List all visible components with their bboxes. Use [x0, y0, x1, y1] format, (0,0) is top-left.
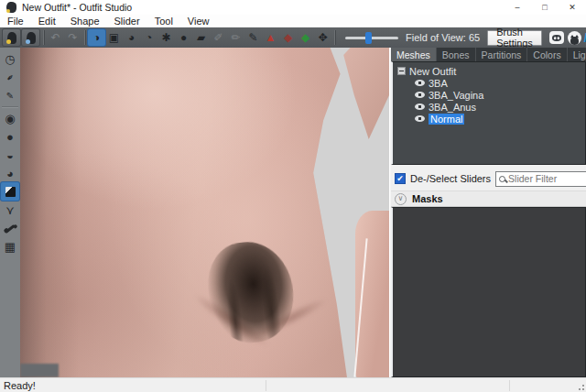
view-rotate-icon: ◷: [5, 52, 15, 66]
maximize-button[interactable]: □: [531, 0, 559, 15]
undo-brush-button[interactable]: ▰: [192, 29, 210, 46]
eye-icon[interactable]: [415, 103, 425, 110]
undo-button[interactable]: ↶: [47, 29, 64, 46]
brush-settings-button[interactable]: Brush Settings: [487, 30, 542, 46]
masks-section-header[interactable]: ∨ Masks: [391, 191, 586, 207]
tab-bones[interactable]: Bones: [437, 48, 476, 61]
load-project-icon: [7, 32, 16, 44]
tab-colors[interactable]: Colors: [527, 48, 567, 61]
weight-brush-icon: ✐: [213, 31, 222, 44]
body-shading-left: [20, 48, 79, 377]
statusbar-divider: [509, 380, 510, 391]
toolbar-separator: [43, 30, 44, 45]
inflate-brush-button[interactable]: ◕: [123, 29, 140, 46]
toolbar-separator: [2, 106, 18, 107]
eraser-icon: ▰: [197, 31, 205, 44]
cube-icon: [5, 187, 16, 197]
mesh-tree: New Outfit 3BA 3BA_Vagina 3BA_Anus Norma…: [391, 61, 586, 165]
smooth-brush-button[interactable]: ✱: [157, 29, 175, 46]
select-brush-button[interactable]: ▣: [105, 29, 123, 46]
mesh-edit-button[interactable]: ▲: [262, 29, 279, 46]
mask-brush-button[interactable]: ◑: [88, 29, 105, 46]
brush-falloff-d-icon: ◕: [6, 167, 14, 180]
chevron-down-icon[interactable]: ∨: [395, 193, 407, 205]
grid-icon: ▦: [5, 240, 16, 254]
tree-item-3ba[interactable]: 3BA: [395, 77, 583, 89]
minimize-button[interactable]: –: [504, 0, 531, 15]
vertex-edit-button[interactable]: ⋎: [1, 201, 19, 219]
viewport-canvas[interactable]: [20, 48, 389, 377]
redo-button[interactable]: ↷: [64, 29, 81, 46]
move-brush-button[interactable]: ●: [175, 29, 192, 46]
transform-icon: ✥: [318, 31, 327, 44]
eye-icon[interactable]: [415, 115, 425, 122]
wireframe-grid-button[interactable]: ▦: [1, 237, 19, 256]
undo-icon: ↶: [50, 31, 60, 44]
tree-item-normal-selected[interactable]: Normal: [395, 113, 583, 125]
tab-partitions[interactable]: Partitions: [476, 48, 528, 61]
transform-tool-button[interactable]: ✥: [314, 29, 331, 46]
pen-brush-icon: ✎: [248, 31, 257, 44]
brush-falloff-c-button[interactable]: ◒: [1, 146, 19, 164]
status-bar: Ready!: [0, 377, 586, 392]
vertex-add-button[interactable]: ◆: [297, 29, 314, 46]
window-title: New Outfit* - Outfit Studio: [22, 2, 132, 13]
deselect-sliders-checkbox[interactable]: ✔: [395, 173, 406, 184]
cube-view-button[interactable]: [1, 182, 19, 201]
link-buttons: P: [549, 31, 586, 45]
deflate-brush-button[interactable]: ◔: [140, 29, 157, 46]
panel-tabs: Meshes Bones Partitions Colors Lights: [391, 48, 586, 61]
statusbar-divider: [266, 380, 266, 391]
eye-icon[interactable]: [415, 92, 425, 98]
tree-root-row[interactable]: New Outfit: [395, 65, 583, 77]
brush-falloff-b-icon: ●: [6, 130, 14, 144]
fov-label: Field of View: 65: [406, 32, 480, 43]
move-brush-icon: ●: [180, 31, 187, 44]
load-project-button[interactable]: [3, 29, 20, 46]
color-brush-button[interactable]: ✏: [227, 29, 244, 46]
collapse-icon[interactable]: [397, 67, 406, 75]
weight-brush-button[interactable]: ✐: [210, 29, 227, 46]
tab-lights[interactable]: Lights: [568, 48, 586, 61]
save-project-button[interactable]: [22, 29, 39, 46]
vertex-delete-button[interactable]: ◆: [279, 29, 297, 46]
menu-edit[interactable]: Edit: [31, 16, 63, 27]
resize-grip[interactable]: [576, 382, 585, 391]
menu-view[interactable]: View: [180, 16, 217, 27]
redo-icon: ↷: [68, 31, 77, 44]
discord-button[interactable]: [549, 31, 564, 44]
inflate-brush-icon: ◕: [128, 31, 135, 44]
tree-item-3ba-anus[interactable]: 3BA_Anus: [395, 101, 583, 113]
menu-tool[interactable]: Tool: [147, 16, 180, 27]
search-icon: [499, 176, 505, 182]
github-button[interactable]: [568, 31, 581, 45]
brush-falloff-d-button[interactable]: ◕: [1, 164, 19, 182]
close-button[interactable]: ✕: [559, 0, 586, 15]
sliders-list[interactable]: [391, 207, 586, 377]
pencil-tool-button[interactable]: ✎: [1, 86, 19, 104]
eye-icon[interactable]: [415, 80, 425, 86]
brush-falloff-a-button[interactable]: ◉: [1, 109, 19, 127]
app-icon: [6, 2, 16, 13]
menu-slider[interactable]: Slider: [107, 16, 147, 27]
discord-icon: [552, 35, 561, 41]
fov-slider-thumb[interactable]: [365, 32, 372, 44]
pen-brush-button[interactable]: ✎: [244, 29, 262, 46]
menu-file[interactable]: File: [0, 16, 31, 27]
toolbar-separator: [84, 30, 85, 45]
tree-item-3ba-vagina[interactable]: 3BA_Vagina: [395, 89, 583, 101]
view-rotate-button[interactable]: ◷: [1, 49, 19, 68]
slider-filter-input[interactable]: [508, 173, 586, 184]
pin-tool-button[interactable]: ✒: [1, 68, 19, 86]
brush-falloff-b-button[interactable]: ●: [1, 127, 19, 146]
tab-meshes[interactable]: Meshes: [391, 48, 437, 61]
color-brush-icon: ✏: [231, 31, 240, 44]
fov-slider[interactable]: [345, 37, 398, 39]
pencil-icon: ✎: [6, 91, 14, 101]
bone-edit-button[interactable]: [1, 219, 19, 237]
menu-shape[interactable]: Shape: [63, 16, 107, 27]
title-bar: New Outfit* - Outfit Studio – □ ✕: [0, 0, 586, 15]
vertex-add-icon: ◆: [301, 31, 309, 44]
vertex-delete-icon: ◆: [284, 31, 292, 44]
status-message: Ready!: [0, 380, 36, 391]
